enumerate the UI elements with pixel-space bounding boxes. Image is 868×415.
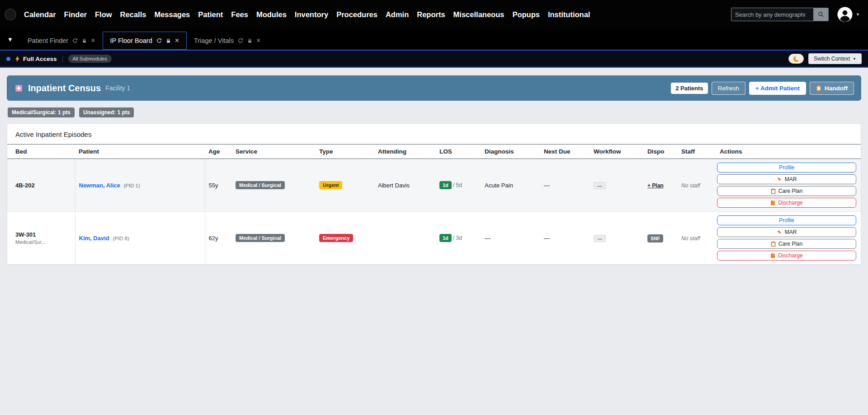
context-bar: Full Access All Submodules Switch Contex… <box>0 50 868 68</box>
divider <box>62 56 63 62</box>
account-caret-down-icon[interactable]: ▼ <box>856 12 860 17</box>
refresh-icon[interactable] <box>72 38 78 43</box>
column-header-dispo: Dispo <box>644 145 678 159</box>
age-value: 55y <box>205 159 232 212</box>
menu-inventory[interactable]: Inventory <box>291 10 332 19</box>
refresh-icon[interactable] <box>156 38 162 43</box>
patient-count-badge: 2 Patients <box>671 83 708 94</box>
access-level-label: Full Access <box>23 56 57 62</box>
bed-label: 3W-301 <box>15 231 71 238</box>
column-header-los: LOS <box>436 145 481 159</box>
moon-icon <box>793 56 799 62</box>
mar-label: MAR <box>785 229 797 235</box>
book-icon <box>770 253 775 258</box>
refresh-icon[interactable] <box>238 38 243 43</box>
menu-fees[interactable]: Fees <box>227 10 252 19</box>
menu-miscellaneous[interactable]: Miscellaneous <box>449 10 509 19</box>
episodes-table: Bed Patient Age Service Type Attending L… <box>7 144 861 265</box>
tab-label: Patient Finder <box>28 37 68 44</box>
switch-context-label: Switch Context <box>814 56 850 62</box>
discharge-button[interactable]: Discharge <box>717 198 856 208</box>
column-header-bed: Bed <box>7 145 75 159</box>
search-icon <box>818 11 824 18</box>
menu-recalls[interactable]: Recalls <box>116 10 151 19</box>
search-button[interactable] <box>814 8 829 21</box>
admit-patient-button[interactable]: + Admit Patient <box>749 82 806 95</box>
close-icon[interactable]: × <box>91 37 95 44</box>
column-header-diagnosis: Diagnosis <box>481 145 540 159</box>
search-input[interactable] <box>731 8 814 21</box>
handoff-label: Handoff <box>825 85 848 92</box>
top-nav: Calendar Finder Flow Recalls Messages Pa… <box>0 0 868 29</box>
handoff-button[interactable]: Handoff <box>810 82 854 95</box>
menu-procedures[interactable]: Procedures <box>332 10 382 19</box>
menu-institutional[interactable]: Institutional <box>544 10 594 19</box>
care-plan-button[interactable]: Care Plan <box>717 239 856 249</box>
search-group <box>731 8 829 21</box>
menu-reports[interactable]: Reports <box>413 10 449 19</box>
book-icon <box>770 200 775 205</box>
refresh-button[interactable]: Refresh <box>712 82 745 95</box>
patient-pid: (PID 8) <box>113 236 129 241</box>
mar-label: MAR <box>785 176 797 182</box>
dark-mode-toggle[interactable] <box>788 54 804 64</box>
staff-value: No staff <box>681 182 700 189</box>
menu-calendar[interactable]: Calendar <box>20 10 60 19</box>
app-logo[interactable] <box>5 9 16 20</box>
census-header: Inpatient Census Facility 1 2 Patients R… <box>7 75 861 101</box>
syringe-icon <box>777 229 782 235</box>
facility-label: Facility 1 <box>105 84 130 92</box>
clipboard-icon <box>771 241 776 247</box>
census-toolbar: 2 Patients Refresh + Admit Patient Hando… <box>671 82 854 95</box>
workflow-badge: — <box>594 182 606 189</box>
tab-patient-finder[interactable]: Patient Finder × <box>20 32 103 50</box>
menu-admin[interactable]: Admin <box>382 10 413 19</box>
menu-patient[interactable]: Patient <box>194 10 227 19</box>
bed-label: 4B-202 <box>15 182 71 189</box>
tab-ip-floor-board[interactable]: IP Floor Board × <box>103 32 187 50</box>
patient-link[interactable]: Kim, David <box>79 235 109 242</box>
column-header-workflow: Workflow <box>590 145 644 159</box>
tab-list-caret-down-icon[interactable]: ▼ <box>7 36 13 43</box>
diagnosis-value: — <box>481 212 540 265</box>
dispo-plan-link[interactable]: + Plan <box>647 182 664 189</box>
mar-button[interactable]: MAR <box>717 174 856 184</box>
census-summary: Medical/Surgical: 1 pts Unassigned: 1 pt… <box>8 107 860 117</box>
discharge-label: Discharge <box>778 200 802 206</box>
profile-button[interactable]: Profile <box>717 163 856 173</box>
close-icon[interactable]: × <box>175 37 179 44</box>
tab-triage-vitals[interactable]: Triage / Vitals × <box>187 32 268 50</box>
user-avatar[interactable] <box>837 6 853 23</box>
table-header-row: Bed Patient Age Service Type Attending L… <box>7 145 861 159</box>
switch-context-button[interactable]: Switch Context ▼ <box>808 53 862 64</box>
patient-link[interactable]: Newman, Alice <box>79 182 120 189</box>
submodules-badge: All Submodules <box>68 55 112 63</box>
age-value: 62y <box>205 212 232 265</box>
bed-note: Medical/Sur... <box>15 239 71 245</box>
service-badge: Medical / Surgical <box>236 234 285 242</box>
menu-messages[interactable]: Messages <box>150 10 194 19</box>
lock-icon[interactable] <box>166 38 171 43</box>
hospital-icon <box>14 84 24 93</box>
care-plan-label: Care Plan <box>778 188 802 194</box>
care-plan-button[interactable]: Care Plan <box>717 186 856 196</box>
care-plan-label: Care Plan <box>778 241 802 247</box>
lock-icon[interactable] <box>82 38 87 43</box>
syringe-icon <box>777 177 782 182</box>
column-header-patient: Patient <box>75 145 205 159</box>
menu-popups[interactable]: Popups <box>508 10 544 19</box>
profile-button[interactable]: Profile <box>717 215 856 225</box>
menu-finder[interactable]: Finder <box>60 10 91 19</box>
menu-flow[interactable]: Flow <box>91 10 116 19</box>
mar-button[interactable]: MAR <box>717 227 856 237</box>
column-header-next-due: Next Due <box>540 145 590 159</box>
page-title: Inpatient Census <box>28 83 101 93</box>
close-icon[interactable]: × <box>256 37 260 44</box>
lock-icon[interactable] <box>247 38 252 43</box>
column-header-type: Type <box>316 145 374 159</box>
discharge-button[interactable]: Discharge <box>717 251 856 261</box>
card-title: Active Inpatient Episodes <box>7 124 861 144</box>
next-due-value: — <box>540 212 590 265</box>
patient-pid: (PID 1) <box>123 183 140 188</box>
menu-modules[interactable]: Modules <box>252 10 291 19</box>
